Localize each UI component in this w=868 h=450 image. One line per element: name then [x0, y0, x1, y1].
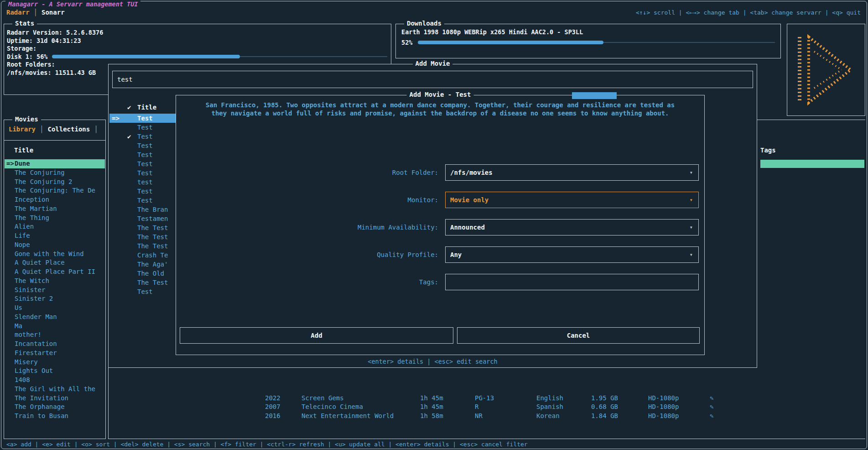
search-result-row[interactable]: Crash Te: [109, 251, 176, 260]
movie-row[interactable]: 1408: [5, 376, 105, 385]
movie-row[interactable]: Incantation: [5, 340, 105, 349]
add-movie-search-input[interactable]: test: [112, 71, 753, 88]
result-title: Test: [137, 187, 153, 196]
search-result-row[interactable]: Test: [109, 287, 176, 296]
movie-title: mother!: [15, 331, 42, 338]
movie-row[interactable]: The Girl with All the: [5, 385, 105, 394]
movie-title: A Quiet Place: [15, 259, 65, 266]
movies-panel-title: Movies: [12, 115, 41, 123]
selection-arrow: =>: [112, 114, 120, 123]
movie-title: Dune: [15, 160, 30, 167]
tab-library[interactable]: Library: [9, 126, 36, 133]
search-result-row[interactable]: Test: [109, 187, 176, 196]
search-result-row[interactable]: Test: [109, 159, 176, 168]
movie-row[interactable]: The Thing: [5, 214, 105, 223]
movie-title: Us: [15, 304, 22, 311]
form-value: /nfs/movies: [450, 165, 493, 180]
search-result-row[interactable]: Test: [109, 196, 176, 205]
search-result-row[interactable]: Test: [109, 150, 176, 159]
movie-row[interactable]: Train to Busan: [5, 412, 105, 421]
movie-row[interactable]: Gone with the Wind: [5, 250, 105, 259]
add-button[interactable]: Add: [180, 327, 453, 344]
search-result-row[interactable]: The Old: [109, 269, 176, 278]
movie-row[interactable]: The Witch: [5, 277, 105, 286]
stray-selection-bar: [572, 92, 617, 99]
movie-row[interactable]: Inception: [5, 195, 105, 204]
movie-row[interactable]: Life: [5, 231, 105, 241]
movie-row[interactable]: The Conjuring 2: [5, 178, 105, 187]
table-row[interactable]: 2022Screen Gems1h 45mPG-13English1.95 GB…: [109, 394, 865, 403]
table-row[interactable]: 2007Telecinco Cinema1h 45mRSpanish0.68 G…: [109, 403, 865, 412]
result-title: The Test: [137, 232, 168, 241]
cell-size: 1.95 GB: [591, 394, 618, 403]
search-result-row[interactable]: Test: [109, 141, 176, 150]
form-row: Tags:: [176, 274, 699, 290]
search-result-row[interactable]: The Test: [109, 241, 176, 251]
search-result-row[interactable]: Testamen: [109, 214, 176, 223]
search-result-row[interactable]: ✔Test: [109, 132, 176, 141]
form-input-monitor[interactable]: Movie only▾: [445, 192, 699, 208]
table-row[interactable]: [109, 385, 865, 394]
movie-row[interactable]: The Invitation: [5, 394, 105, 403]
movie-row[interactable]: Alien: [5, 222, 105, 231]
movie-row[interactable]: Sinister 2: [5, 294, 105, 303]
table-row[interactable]: 2016Next Entertainment World1h 58mNRKore…: [109, 412, 865, 421]
movie-row[interactable]: A Quiet Place: [5, 258, 105, 267]
tabs-divider: [4, 140, 105, 141]
search-result-row[interactable]: The Test: [109, 278, 176, 287]
form-input-minimum-availability[interactable]: Announced▾: [445, 219, 699, 235]
tab-sonarr[interactable]: Sonarr: [42, 9, 65, 16]
movie-row[interactable]: Nope: [5, 241, 105, 250]
movie-title: Train to Busan: [15, 412, 68, 419]
result-title: Test: [137, 123, 153, 132]
form-input-root-folder[interactable]: /nfs/movies▾: [445, 164, 699, 181]
disk-usage-gauge: [52, 55, 387, 58]
description-line-2: they navigate a world full of risks and …: [176, 109, 704, 117]
title-column-header: Title: [14, 147, 33, 154]
cell-language: English: [536, 394, 563, 403]
movie-row[interactable]: Lights Out: [5, 366, 105, 376]
movie-row[interactable]: =>Dune: [5, 159, 105, 168]
movie-title: The Girl with All the: [15, 385, 95, 392]
results-title-column-header: Title: [137, 104, 156, 111]
cell-runtime: 1h 45m: [420, 403, 443, 412]
form-input-tags[interactable]: [445, 274, 699, 290]
movie-row[interactable]: A Quiet Place Part II: [5, 267, 105, 277]
movie-row[interactable]: The Conjuring: The De: [5, 186, 105, 195]
search-result-row[interactable]: The Test: [109, 232, 176, 241]
movie-title: A Quiet Place Part II: [15, 268, 95, 275]
form-row: Monitor:Movie only▾: [176, 192, 699, 208]
search-result-row[interactable]: =>Test: [109, 114, 176, 123]
tab-radarr[interactable]: Radarr: [6, 9, 30, 16]
movie-title: Alien: [15, 223, 34, 230]
search-result-row[interactable]: test: [109, 178, 176, 187]
table-row[interactable]: [109, 376, 865, 385]
movie-row[interactable]: mother!: [5, 330, 105, 340]
search-result-row[interactable]: The Test: [109, 223, 176, 232]
table-row[interactable]: [109, 366, 865, 376]
logo-panel: [787, 24, 865, 116]
search-result-row[interactable]: The Aga': [109, 260, 176, 269]
cell-studio: Telecinco Cinema: [301, 403, 363, 412]
movie-row[interactable]: Firestarter: [5, 349, 105, 358]
movie-row[interactable]: Ma: [5, 322, 105, 331]
movie-row[interactable]: Misery: [5, 358, 105, 367]
movie-row[interactable]: Us: [5, 303, 105, 313]
search-result-row[interactable]: Test: [109, 123, 176, 132]
movie-row[interactable]: The Orphanage: [5, 403, 105, 412]
cell-studio: Screen Gems: [301, 394, 344, 403]
result-title: Crash Te: [137, 251, 168, 260]
form-input-quality-profile[interactable]: Any▾: [445, 246, 699, 263]
search-result-row[interactable]: Test: [109, 168, 176, 178]
tab-collections[interactable]: Collections: [47, 126, 90, 133]
search-result-row[interactable]: The Bran: [109, 205, 176, 214]
check-icon: ✔: [127, 132, 131, 141]
cancel-button[interactable]: Cancel: [457, 327, 700, 344]
movie-row[interactable]: The Conjuring: [5, 168, 105, 178]
movie-row[interactable]: Sinister: [5, 286, 105, 295]
movie-row[interactable]: Slender Man: [5, 313, 105, 322]
download-progress-fill: [418, 41, 603, 44]
movie-title: Nope: [15, 241, 30, 248]
form-label: Minimum Availability:: [176, 219, 438, 235]
movie-row[interactable]: The Martian: [5, 204, 105, 214]
